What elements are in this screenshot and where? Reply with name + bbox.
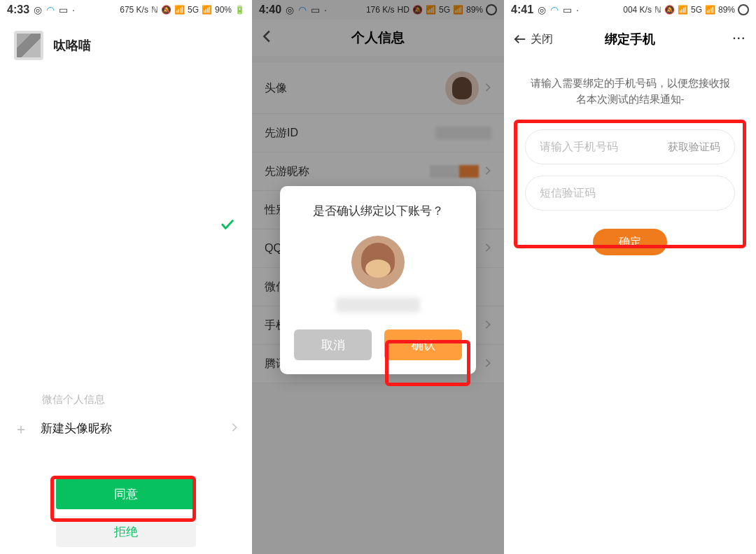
- new-avatar-nickname-row[interactable]: ＋ 新建头像昵称: [0, 411, 252, 446]
- agree-button[interactable]: 同意: [56, 478, 196, 509]
- signal-icon: 📶: [705, 5, 715, 15]
- 5g-icon: 5G: [188, 5, 199, 15]
- dialog-username-masked: [336, 297, 420, 313]
- status-bar: 4:41 ◎ ◠ ▭ · 004 K/s ℕ 🔕 📶 5G 📶 89%: [504, 0, 756, 20]
- profile-name: 呔咯喵: [53, 37, 91, 54]
- net-speed: 004 K/s: [623, 5, 652, 15]
- screen-bind-phone: 4:41 ◎ ◠ ▭ · 004 K/s ℕ 🔕 📶 5G 📶 89% 关闭: [504, 0, 756, 554]
- plus-icon: ＋: [14, 422, 28, 436]
- avatar: [14, 31, 43, 60]
- bind-phone-form: 请输入手机号码 获取验证码 短信验证码 确定: [504, 113, 756, 255]
- confirm-label: 确认: [412, 337, 435, 353]
- status-bar: 4:33 ◎ ◠ ▭ · 675 K/s ℕ 🔕 📶 5G 📶 90% 🔋: [0, 0, 252, 20]
- status-time: 4:41: [511, 3, 533, 16]
- phone-field[interactable]: 请输入手机号码 获取验证码: [525, 129, 735, 164]
- app-icon: ◎: [34, 4, 42, 15]
- battery-ring-icon: [738, 4, 749, 15]
- checkmark-icon: [220, 217, 235, 232]
- app-icon: ◎: [538, 4, 546, 15]
- app-icon: ▭: [563, 4, 572, 15]
- status-dot: ·: [72, 4, 75, 15]
- status-dot: ·: [576, 4, 579, 15]
- app-icon: ▭: [59, 4, 68, 15]
- submit-button[interactable]: 确定: [593, 229, 667, 255]
- phone-placeholder: 请输入手机号码: [540, 140, 618, 155]
- battery-percent: 89%: [718, 5, 735, 15]
- mute-icon: 🔕: [161, 5, 172, 15]
- more-button[interactable]: ···: [733, 32, 746, 45]
- agree-label: 同意: [114, 486, 138, 502]
- screen-wechat-auth: 4:33 ◎ ◠ ▭ · 675 K/s ℕ 🔕 📶 5G 📶 90% 🔋 呔咯…: [0, 0, 252, 554]
- sms-code-field[interactable]: 短信验证码: [525, 176, 735, 211]
- status-time: 4:33: [7, 3, 29, 16]
- app-icon: ◠: [550, 4, 559, 15]
- get-code-button[interactable]: 获取验证码: [668, 141, 720, 154]
- mute-icon: 🔕: [664, 5, 675, 15]
- close-label: 关闭: [531, 32, 553, 47]
- signal-icon: 📶: [202, 5, 212, 15]
- reject-button[interactable]: 拒绝: [56, 516, 196, 547]
- cancel-label: 取消: [321, 337, 345, 353]
- screen-profile: 4:40 ◎ ◠ ▭ · 176 K/s HD 🔕 📶 5G 📶 89% 个人: [252, 0, 504, 554]
- battery-icon: 🔋: [234, 5, 245, 15]
- confirm-button[interactable]: 确认: [384, 329, 462, 360]
- sms-placeholder: 短信验证码: [540, 186, 596, 201]
- back-close-button[interactable]: 关闭: [514, 32, 553, 47]
- 5g-icon: 5G: [691, 5, 702, 15]
- app-icon: ◠: [46, 4, 55, 15]
- nfc-icon: ℕ: [654, 5, 662, 15]
- reject-label: 拒绝: [114, 524, 138, 540]
- confirm-bind-dialog: 是否确认绑定以下账号？ 取消 确认: [280, 186, 476, 374]
- page-header: 关闭 绑定手机 ···: [504, 20, 756, 59]
- section-label: 微信个人信息: [0, 386, 252, 411]
- dialog-title: 是否确认绑定以下账号？: [294, 203, 462, 219]
- signal-icon: 📶: [678, 5, 688, 15]
- net-speed: 675 K/s: [120, 5, 148, 15]
- submit-label: 确定: [619, 235, 641, 250]
- instruction-text: 请输入需要绑定的手机号码，以便您接收报名本次测试的结果通知-: [504, 59, 756, 113]
- chevron-right-icon: [231, 422, 238, 436]
- new-avatar-label: 新建头像昵称: [41, 420, 112, 436]
- cancel-button[interactable]: 取消: [294, 329, 372, 360]
- signal-icon: 📶: [174, 5, 185, 15]
- battery-percent: 90%: [215, 5, 232, 15]
- profile-row: 呔咯喵: [0, 20, 252, 71]
- nfc-icon: ℕ: [151, 5, 158, 15]
- dialog-avatar: [351, 236, 405, 289]
